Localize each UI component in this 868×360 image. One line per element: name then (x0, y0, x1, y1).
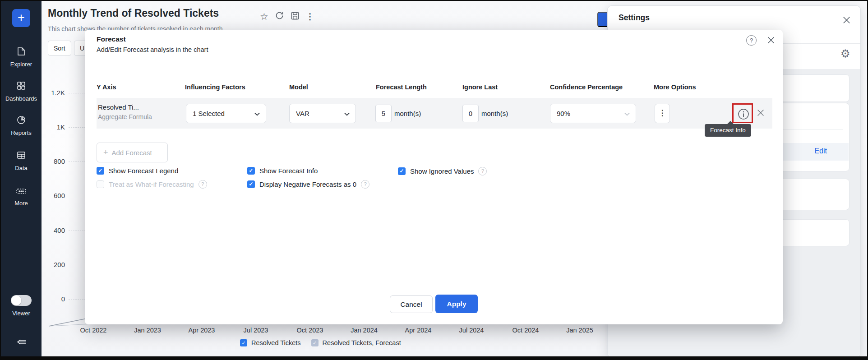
checkbox-checked-icon[interactable]: ✓ (97, 167, 104, 175)
x-tick: Oct 2024 (512, 327, 539, 334)
plus-icon: + (103, 148, 108, 157)
confidence-percentage-dropdown[interactable]: 90% (550, 104, 636, 123)
add-forecast-label: Add Forecast (112, 149, 152, 157)
grid-icon (16, 80, 27, 91)
x-tick: Jan 2025 (566, 327, 593, 334)
x-tick: Jul 2024 (459, 327, 484, 334)
legend-checkbox-resolved-tickets[interactable]: ✓ (240, 339, 247, 346)
sidebar-item-label: More (1, 200, 42, 207)
sidebar-item-dashboards[interactable]: Dashboards (1, 80, 42, 102)
modal-close-icon[interactable] (766, 35, 776, 47)
ignore-last-unit: month(s) (481, 110, 508, 117)
forecast-row: Resolved Ti... Aggregate Formula 1 Selec… (97, 98, 772, 129)
sidebar-item-reports[interactable]: Reports (1, 115, 42, 136)
help-icon[interactable]: ? (361, 180, 369, 189)
sidebar-item-explorer[interactable]: Explorer (1, 46, 42, 68)
checkbox-label: Show Forecast Info (259, 167, 318, 175)
refresh-icon[interactable] (275, 11, 284, 22)
checkbox-unchecked-icon[interactable] (97, 180, 104, 188)
chart-legend: ✓ Resolved Tickets ✓ Resolved Tickets, F… (240, 339, 407, 346)
sidebar-item-label: Data (1, 165, 42, 171)
checkbox-label: Show Ignored Values (410, 167, 474, 175)
sidebar-item-label: Dashboards (1, 95, 42, 102)
help-icon[interactable]: ? (478, 167, 487, 175)
checkbox-checked-icon[interactable]: ✓ (247, 180, 255, 188)
checkbox-show-forecast-legend[interactable]: ✓ Show Forecast Legend (97, 167, 178, 175)
page-title: Monthly Trend of Resolved Tickets (48, 7, 219, 19)
settings-close-icon[interactable] (841, 15, 852, 27)
checkbox-show-ignored-values[interactable]: ✓ Show Ignored Values ? (398, 167, 487, 175)
legend-label: Resolved Tickets, Forecast (323, 339, 401, 346)
pie-chart-icon (16, 115, 27, 125)
influencing-factors-dropdown[interactable]: 1 Selected (186, 104, 266, 123)
checkbox-show-forecast-info[interactable]: ✓ Show Forecast Info (247, 167, 318, 175)
save-icon[interactable] (291, 11, 300, 22)
sidebar-item-more[interactable]: More (1, 187, 42, 207)
gear-icon[interactable]: ⚙ (840, 47, 850, 60)
toggle-knob (11, 295, 21, 305)
sidebar-item-label: Explorer (1, 61, 42, 68)
y-axis-aggregate-label: Aggregate Formula (98, 113, 152, 120)
y-tick: 400 (44, 226, 65, 234)
forecast-length-unit: month(s) (394, 110, 421, 117)
settings-panel-title: Settings (619, 13, 650, 23)
y-tick: 600 (44, 192, 65, 199)
app-window: Monthly Trend of Resolved Tickets This c… (0, 0, 868, 360)
edit-link[interactable]: Edit (814, 147, 827, 155)
checkbox-checked-icon[interactable]: ✓ (398, 167, 406, 175)
checkbox-treat-as-what-if[interactable]: Treat as What-if Forecasting ? (97, 180, 207, 189)
confidence-percentage-value: 90% (557, 110, 570, 117)
collapse-sidebar-icon[interactable] (16, 337, 28, 349)
column-header-forecast-length: Forecast Length (376, 83, 427, 91)
model-value: VAR (296, 110, 309, 117)
modal-help-icon[interactable]: ? (746, 35, 757, 46)
checkbox-display-negative-forecasts[interactable]: ✓ Display Negative Forecasts as 0 ? (247, 180, 369, 189)
viewer-mode-toggle[interactable] (11, 295, 32, 306)
column-header-model: Model (289, 83, 308, 91)
forecast-modal: Forecast Add/Edit Forecast analysis in t… (85, 30, 783, 324)
ignore-last-input[interactable]: 0 (462, 105, 479, 122)
sidebar-item-data[interactable]: Data (1, 150, 42, 171)
apply-button[interactable]: Apply (435, 295, 478, 313)
legend-checkbox-forecast[interactable]: ✓ (311, 339, 319, 346)
x-tick: Oct 2022 (80, 327, 107, 334)
y-axis-field-name: Resolved Ti... (98, 103, 139, 111)
x-tick: Jul 2023 (244, 327, 268, 334)
x-tick: Jan 2024 (351, 327, 378, 334)
y-tick: 1.2K (44, 89, 65, 97)
column-header-confidence-percentage: Confidence Percentage (550, 83, 623, 91)
favorite-star-icon[interactable]: ☆ (260, 12, 268, 22)
forecast-info-icon[interactable] (738, 108, 749, 122)
legend-label: Resolved Tickets (251, 339, 301, 346)
y-tick: 1K (44, 123, 65, 131)
more-kebab-icon[interactable]: ⋮ (306, 11, 314, 22)
x-tick: Apr 2023 (189, 327, 215, 334)
checkbox-checked-icon[interactable]: ✓ (247, 167, 255, 175)
sidebar-item-label: Reports (1, 129, 42, 136)
left-nav-sidebar: + Explorer Dashboards Reports Data (1, 1, 42, 356)
chevron-down-icon (254, 112, 260, 116)
model-dropdown[interactable]: VAR (289, 104, 356, 123)
forecast-length-input[interactable]: 5 (375, 105, 392, 122)
influencing-factors-value: 1 Selected (193, 110, 225, 117)
create-new-button[interactable]: + (12, 9, 30, 27)
viewer-toggle-label: Viewer (1, 310, 42, 317)
more-options-kebab-button[interactable]: ⋮ (655, 104, 670, 123)
remove-forecast-icon[interactable] (756, 108, 766, 120)
table-icon (16, 150, 27, 161)
add-forecast-button[interactable]: +Add Forecast (97, 143, 168, 162)
sort-button[interactable]: Sort (48, 41, 71, 56)
title-toolbar: ☆ ⋮ (260, 11, 314, 22)
chevron-down-icon (624, 112, 630, 116)
tooltip-text: Forecast Info (710, 127, 746, 134)
help-icon[interactable]: ? (199, 180, 207, 189)
folder-icon (16, 46, 27, 57)
cancel-button[interactable]: Cancel (390, 295, 433, 313)
column-header-y-axis: Y Axis (97, 83, 116, 91)
forecast-info-tooltip: Forecast Info (705, 124, 751, 137)
x-tick: Apr 2024 (405, 327, 432, 334)
y-tick: 0 (44, 295, 65, 303)
forecast-info-highlight-box (732, 103, 753, 123)
y-tick: 200 (44, 261, 65, 268)
x-tick: Jan 2023 (134, 327, 161, 334)
